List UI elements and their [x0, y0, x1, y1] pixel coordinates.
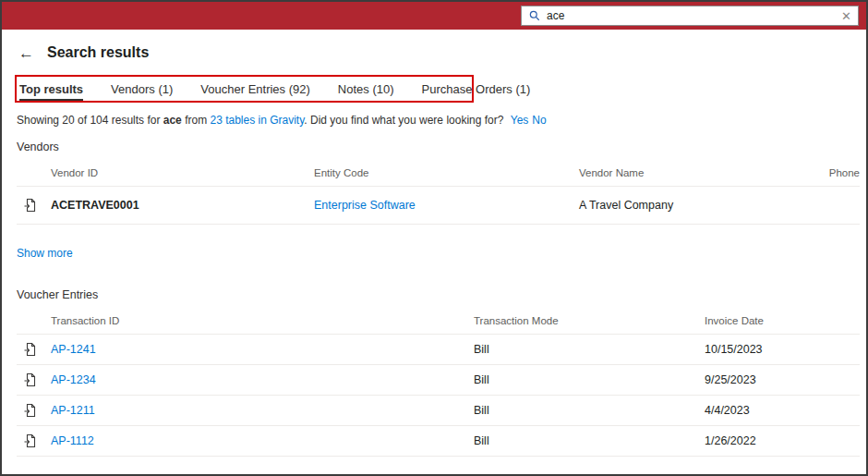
tab-top-results[interactable]: Top results — [19, 82, 83, 102]
back-arrow-icon[interactable]: ← — [18, 45, 34, 61]
table-row: AP-1211 Bill 4/4/2023 — [17, 396, 860, 426]
open-record-icon[interactable] — [17, 198, 51, 213]
transaction-id-link[interactable]: AP-1234 — [51, 373, 474, 386]
transaction-id-link[interactable]: AP-1112 — [51, 434, 474, 447]
search-term: ace — [163, 114, 182, 127]
clear-search-icon[interactable]: ✕ — [841, 10, 851, 22]
invoice-date-cell: 4/4/2023 — [705, 404, 860, 417]
transaction-id-link[interactable]: AP-1211 — [51, 404, 474, 417]
open-record-icon[interactable] — [17, 342, 51, 357]
search-input[interactable] — [547, 9, 836, 22]
app-window: ✕ ← Search results Top results Vendors (… — [0, 0, 868, 476]
open-record-icon[interactable] — [17, 403, 51, 418]
transaction-mode-cell: Bill — [474, 404, 705, 417]
vendor-id-cell: ACETRAVE0001 — [51, 199, 314, 212]
column-header-vendor-name: Vendor Name — [579, 167, 804, 178]
column-header-entity-code: Entity Code — [314, 167, 579, 178]
column-header-vendor-id: Vendor ID — [51, 167, 314, 178]
tab-vendors[interactable]: Vendors (1) — [111, 82, 173, 102]
vendors-table-header: Vendor ID Entity Code Vendor Name Phone — [17, 159, 860, 187]
vouchers-table: Transaction ID Transaction Mode Invoice … — [17, 307, 860, 457]
page-title-row: ← Search results — [18, 44, 866, 61]
column-header-phone: Phone — [804, 167, 860, 178]
open-record-icon[interactable] — [17, 372, 51, 387]
transaction-id-link[interactable]: AP-1241 — [51, 343, 474, 356]
summary-prefix: Showing 20 of 104 results for — [17, 114, 163, 127]
search-icon — [528, 9, 541, 22]
invoice-date-cell: 9/25/2023 — [705, 373, 860, 386]
vendors-table: Vendor ID Entity Code Vendor Name Phone … — [17, 159, 860, 225]
feedback-no-link[interactable]: No — [532, 114, 546, 127]
invoice-date-cell: 1/26/2022 — [705, 434, 860, 447]
summary-mid2: . Did you find what you were looking for… — [304, 114, 506, 127]
transaction-mode-cell: Bill — [474, 343, 705, 356]
global-search-box[interactable]: ✕ — [521, 6, 859, 26]
invoice-date-cell: 10/15/2023 — [705, 343, 860, 356]
column-header-transaction-id: Transaction ID — [51, 315, 474, 326]
transaction-mode-cell: Bill — [474, 434, 705, 447]
vouchers-section-title: Voucher Entries — [17, 288, 866, 301]
summary-mid1: from — [182, 114, 211, 127]
column-header-transaction-mode: Transaction Mode — [474, 315, 705, 326]
results-summary: Showing 20 of 104 results for ace from 2… — [17, 114, 866, 127]
tables-link[interactable]: 23 tables in Gravity — [210, 114, 304, 127]
open-record-icon[interactable] — [17, 433, 51, 448]
show-more-link[interactable]: Show more — [17, 247, 73, 260]
vendors-section-title: Vendors — [17, 140, 866, 153]
transaction-mode-cell: Bill — [474, 373, 705, 386]
feedback-yes-link[interactable]: Yes — [511, 114, 529, 127]
vendor-name-cell: A Travel Company — [579, 199, 804, 212]
entity-code-link[interactable]: Enterprise Software — [314, 199, 579, 212]
app-header-bar: ✕ — [2, 2, 866, 30]
tabs-bar: Top results Vendors (1) Voucher Entries … — [17, 76, 851, 104]
tab-purchase-orders[interactable]: Purchase Orders (1) — [422, 82, 531, 102]
table-row: AP-1234 Bill 9/25/2023 — [17, 365, 860, 396]
table-row: AP-1241 Bill 10/15/2023 — [17, 335, 860, 365]
table-row: ACETRAVE0001 Enterprise Software A Trave… — [17, 187, 860, 225]
column-header-invoice-date: Invoice Date — [705, 315, 860, 326]
tab-notes[interactable]: Notes (10) — [338, 82, 394, 102]
table-row: AP-1112 Bill 1/26/2022 — [17, 426, 860, 457]
vouchers-table-header: Transaction ID Transaction Mode Invoice … — [17, 307, 860, 335]
page-title: Search results — [47, 44, 149, 61]
tab-voucher-entries[interactable]: Voucher Entries (92) — [200, 82, 310, 102]
